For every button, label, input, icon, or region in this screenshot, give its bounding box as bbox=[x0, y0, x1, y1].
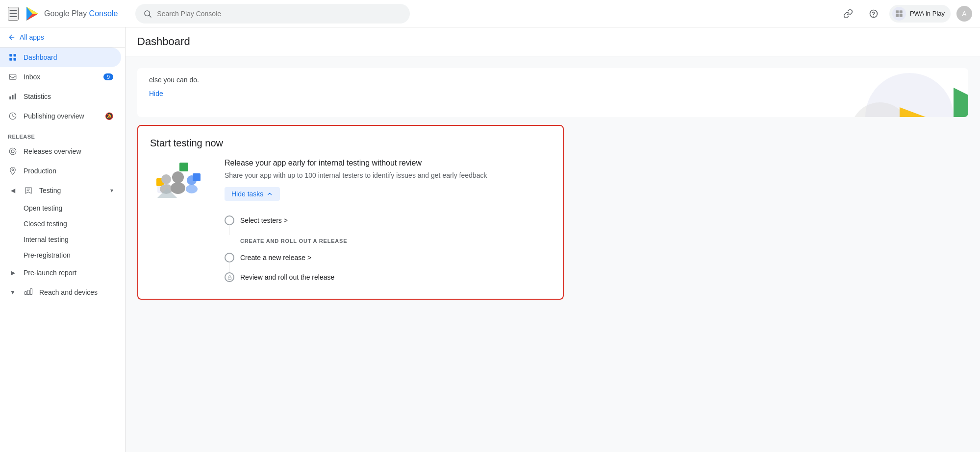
svg-rect-18 bbox=[12, 95, 14, 99]
sidebar-item-pre-registration[interactable]: Pre-registration bbox=[0, 247, 121, 263]
testers-illustration bbox=[152, 159, 206, 203]
main-content: Dashboard else you can do. Hide bbox=[126, 27, 980, 452]
testing-label: Testing bbox=[39, 187, 61, 194]
svg-rect-26 bbox=[30, 289, 32, 295]
user-avatar[interactable]: A bbox=[956, 6, 972, 22]
hide-tasks-label: Hide tasks bbox=[231, 190, 263, 198]
hide-tasks-button[interactable]: Hide tasks bbox=[225, 187, 280, 201]
sidebar-item-statistics-label: Statistics bbox=[24, 93, 51, 100]
pre-launch-chevron: ▶ bbox=[8, 268, 18, 278]
notification-icon: 🔕 bbox=[105, 112, 113, 120]
sidebar-item-publishing-label: Publishing overview bbox=[24, 112, 84, 120]
sidebar-item-open-testing[interactable]: Open testing bbox=[0, 200, 121, 216]
svg-rect-16 bbox=[9, 74, 16, 80]
intro-card: else you can do. Hide bbox=[137, 68, 968, 117]
logo-text: Google Play Console bbox=[44, 9, 118, 18]
svg-point-7 bbox=[874, 16, 874, 16]
sidebar-item-testing[interactable]: ◀ Testing ▾ bbox=[0, 181, 121, 200]
testing-content-title: Release your app early for internal test… bbox=[225, 159, 551, 167]
hide-link[interactable]: Hide bbox=[149, 90, 163, 97]
sidebar-item-inbox[interactable]: Inbox 9 bbox=[0, 67, 121, 87]
decoration-svg bbox=[802, 68, 968, 117]
pre-registration-label: Pre-registration bbox=[24, 251, 71, 259]
inbox-badge: 9 bbox=[103, 73, 113, 80]
search-input[interactable] bbox=[157, 10, 402, 18]
svg-point-23 bbox=[12, 169, 14, 171]
back-icon bbox=[8, 33, 16, 41]
reach-devices-label: Reach and devices bbox=[39, 288, 98, 296]
top-decoration bbox=[802, 68, 968, 117]
svg-line-5 bbox=[150, 15, 151, 17]
task-item-create-release: Create a new release > bbox=[225, 248, 551, 267]
sidebar-item-internal-testing[interactable]: Internal testing bbox=[0, 232, 121, 247]
task-list: Select testers > CREATE AND ROLL OUT A R… bbox=[225, 211, 551, 287]
task-item-review-release: Review and roll out the release bbox=[225, 267, 551, 287]
svg-rect-14 bbox=[9, 58, 12, 61]
svg-point-22 bbox=[11, 150, 14, 153]
link-icon bbox=[843, 9, 853, 19]
all-apps-button[interactable]: All apps bbox=[0, 27, 125, 48]
sidebar-item-dashboard-label: Dashboard bbox=[24, 53, 57, 61]
lock-icon bbox=[227, 275, 232, 280]
testing-chevron-left: ◀ bbox=[8, 186, 18, 195]
app-icon bbox=[895, 9, 904, 18]
sidebar-item-dashboard[interactable]: Dashboard bbox=[0, 48, 121, 67]
sidebar-item-production[interactable]: Production bbox=[0, 161, 121, 181]
create-release-link[interactable]: Create a new release > bbox=[240, 254, 311, 262]
sidebar-item-pre-launch[interactable]: ▶ Pre-launch report bbox=[0, 263, 121, 283]
reach-chevron: ▼ bbox=[8, 287, 18, 297]
sidebar-item-closed-testing[interactable]: Closed testing bbox=[0, 216, 121, 232]
svg-rect-13 bbox=[14, 54, 16, 56]
release-section-label: Release bbox=[0, 126, 125, 142]
task-circle-2 bbox=[225, 253, 234, 262]
task-section-separator: CREATE AND ROLL OUT A RELEASE bbox=[225, 230, 551, 248]
menu-icon[interactable]: ☰ bbox=[8, 7, 19, 21]
app-avatar bbox=[892, 7, 906, 21]
svg-point-40 bbox=[187, 175, 197, 185]
statistics-icon bbox=[8, 92, 18, 101]
create-release-section-label: CREATE AND ROLL OUT A RELEASE bbox=[225, 238, 551, 244]
testing-illustration bbox=[150, 159, 209, 203]
sidebar-item-publishing-overview[interactable]: Publishing overview 🔕 bbox=[0, 106, 121, 126]
sidebar-item-releases-overview[interactable]: Releases overview bbox=[0, 142, 121, 161]
sidebar-item-inbox-label: Inbox bbox=[24, 73, 40, 81]
link-icon-button[interactable] bbox=[838, 4, 858, 24]
testing-card-title: Start testing now bbox=[150, 138, 551, 149]
svg-rect-25 bbox=[27, 290, 30, 295]
svg-rect-15 bbox=[14, 58, 16, 61]
sidebar: All apps Dashboard Inbox bbox=[0, 27, 126, 452]
start-testing-card: Start testing now bbox=[137, 125, 564, 300]
topbar: ☰ Google Play Console bbox=[0, 0, 980, 27]
search-bar[interactable] bbox=[135, 4, 410, 24]
page-title: Dashboard bbox=[137, 35, 968, 56]
task-circle-1 bbox=[225, 215, 234, 225]
publishing-icon bbox=[8, 111, 18, 121]
svg-rect-11 bbox=[900, 14, 903, 17]
svg-rect-24 bbox=[25, 292, 27, 295]
production-label: Production bbox=[24, 167, 56, 175]
search-icon bbox=[143, 9, 152, 18]
svg-point-37 bbox=[172, 171, 184, 183]
production-icon bbox=[8, 166, 18, 176]
svg-point-41 bbox=[186, 185, 198, 193]
svg-rect-42 bbox=[228, 277, 231, 280]
svg-point-35 bbox=[161, 174, 171, 184]
select-testers-link[interactable]: Select testers > bbox=[240, 216, 288, 224]
main-body: else you can do. Hide bbox=[126, 56, 980, 311]
sidebar-item-statistics[interactable]: Statistics bbox=[0, 87, 121, 106]
task-circle-locked bbox=[225, 272, 234, 282]
help-icon-button[interactable] bbox=[864, 4, 883, 24]
reach-icon bbox=[24, 287, 33, 297]
topbar-right: PWA in Play A bbox=[838, 4, 972, 24]
review-release-label: Review and roll out the release bbox=[240, 273, 334, 281]
app-logo[interactable]: Google Play Console bbox=[25, 6, 118, 22]
main-header: Dashboard bbox=[126, 27, 980, 56]
app-chip[interactable]: PWA in Play bbox=[889, 5, 951, 23]
help-icon bbox=[869, 9, 879, 19]
task-item-select-testers: Select testers > bbox=[225, 211, 551, 230]
sidebar-item-reach-devices[interactable]: ▼ Reach and devices bbox=[0, 283, 121, 302]
svg-rect-17 bbox=[9, 96, 11, 99]
svg-rect-10 bbox=[896, 14, 899, 17]
inbox-icon bbox=[8, 72, 18, 82]
open-testing-label: Open testing bbox=[24, 204, 62, 212]
